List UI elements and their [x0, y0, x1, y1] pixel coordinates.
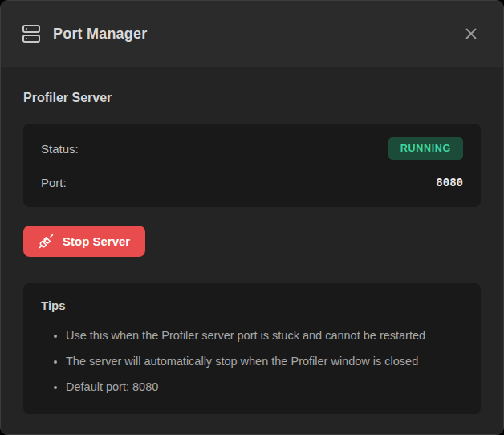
dialog-content: Profiler Server Status: RUNNING Port: 80… [1, 67, 503, 435]
tips-panel: Tips Use this when the Profiler server p… [23, 283, 481, 414]
server-off-icon [39, 234, 54, 249]
port-value: 8080 [436, 176, 463, 189]
section-title-profiler-server: Profiler Server [23, 90, 481, 105]
status-badge: RUNNING [388, 137, 463, 161]
stop-server-button[interactable]: Stop Server [23, 226, 145, 257]
tip-item: Use this when the Profiler server port i… [66, 323, 463, 348]
port-row: Port: 8080 [41, 171, 463, 193]
close-icon [462, 25, 480, 43]
tip-item: The server will automatically stop when … [66, 348, 463, 374]
dialog-title: Port Manager [53, 26, 147, 43]
server-icon [22, 24, 41, 43]
close-button[interactable] [460, 22, 482, 45]
tips-list: Use this when the Profiler server port i… [41, 323, 463, 400]
stop-server-label: Stop Server [63, 234, 130, 248]
status-label: Status: [41, 142, 79, 156]
tips-title: Tips [41, 299, 463, 313]
status-row: Status: RUNNING [41, 137, 463, 160]
status-panel: Status: RUNNING Port: 8080 [23, 124, 481, 207]
port-label: Port: [41, 176, 67, 189]
port-manager-dialog: Port Manager Profiler Server Status: RUN… [0, 0, 504, 435]
tip-item: Default port: 8080 [66, 374, 463, 400]
title-bar: Port Manager [1, 1, 503, 67]
